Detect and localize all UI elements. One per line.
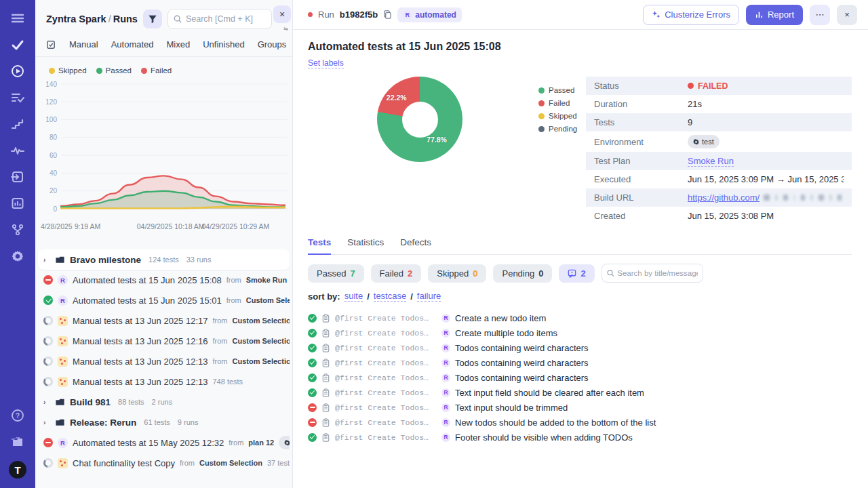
chevron-right-icon[interactable]: › [43,256,50,264]
filter-chip-skipped[interactable]: Skipped 0 [428,264,486,283]
run-status-passed-icon [308,314,317,323]
manual-run-icon [58,377,68,387]
report-button[interactable]: Report [746,5,803,25]
runs-search[interactable] [167,9,272,29]
more-actions-button[interactable]: ⋯ [810,5,830,25]
runs-tab-manual[interactable]: Manual [69,39,98,49]
test-row[interactable]: @first Create Todos… R Text input should… [308,400,852,415]
runs-play-icon[interactable] [10,64,25,79]
folder-name: Release: Rerun [70,418,136,428]
run-row[interactable]: R Automated tests at 15 May 2025 12:32 f… [38,432,290,453]
redacted-text [776,195,777,201]
tab-defects[interactable]: Defects [400,237,431,254]
run-row[interactable]: Chat functinality test Copy fromCustom S… [38,453,290,473]
branches-icon[interactable] [10,222,25,237]
legend-item: Passed [96,66,132,75]
detail-label: Build URL [594,192,688,203]
select-all-icon[interactable] [46,39,56,49]
run-from-label: from [212,357,227,365]
test-row[interactable]: @first Create Todos… R Create multiple t… [308,325,852,340]
help-icon[interactable]: ? [10,408,25,423]
settings-gear-icon[interactable] [10,249,25,264]
filter-chip-passed[interactable]: Passed 7 [308,264,364,283]
runs-search-input[interactable] [186,14,266,24]
svg-text:60: 60 [50,152,58,159]
import-icon[interactable] [10,169,25,184]
copy-icon[interactable] [383,10,392,19]
folder-name: Build 981 [70,397,111,407]
run-row[interactable]: R Automated tests at 15 Jun 2025 15:01 f… [38,290,290,310]
set-labels-link[interactable]: Set labels [308,58,344,68]
sort-testcase-link[interactable]: testcase [374,291,406,302]
tests-search[interactable] [601,264,703,283]
app-logo[interactable]: T [9,461,26,479]
test-row[interactable]: @first Create Todos… R Create a new todo… [308,310,852,325]
test-row[interactable]: @first Create Todos… R Todos containing … [308,370,852,385]
automated-test-icon: R [441,314,450,323]
detail-row: Created Jun 15, 2025 3:08 PM [586,207,852,225]
filter-chip-failed[interactable]: Failed 2 [371,264,422,283]
redacted-text [801,195,805,201]
detail-row: Environment test [586,131,852,152]
breadcrumb-project[interactable]: Zyntra Spark [46,14,106,24]
sort-suite-link[interactable]: suite [344,291,363,302]
comments-filter-chip[interactable]: 2 [559,264,594,283]
area-chart: 020406080100120140 4/28/2025 9:19 AM04/2… [39,77,289,233]
clusterize-errors-button[interactable]: Clusterize Errors [643,5,739,25]
test-row[interactable]: @first Create Todos… R Todos containing … [308,340,852,355]
build-url-link[interactable]: https://github.com/ [688,192,760,203]
test-title: Todos containing weird characters [455,358,589,368]
activity-pulse-icon[interactable] [10,143,25,158]
run-row[interactable]: Manual tests at 13 Jun 2025 12:13 748 te… [38,371,290,392]
runs-tab-groups[interactable]: Groups [258,39,287,49]
panel-close-button[interactable]: × [273,5,291,23]
runs-tab-mixed[interactable]: Mixed [167,39,191,49]
run-source: Custom Selection [232,337,290,345]
panel-resize-icon[interactable]: ⇆ [283,26,288,32]
close-run-button[interactable]: × [837,5,857,25]
test-row[interactable]: @first Create Todos… R Text input field … [308,385,852,400]
plans-list-icon[interactable] [10,90,25,105]
folder-row[interactable]: › Release: Rerun 61 tests9 runs [38,412,290,432]
folder-row[interactable]: › Build 981 88 tests2 runs [38,392,290,412]
run-row[interactable]: Manual tests at 13 Jun 2025 12:13 fromCu… [38,351,290,371]
svg-text:20: 20 [50,187,58,195]
filter-chip-pending[interactable]: Pending 0 [493,264,552,283]
status-failed-value: FAILED [688,81,728,91]
analytics-bar-chart-icon[interactable] [10,196,25,211]
run-row[interactable]: R Automated tests at 15 Jun 2025 15:08 f… [38,270,290,290]
run-status-passed-icon [308,388,317,397]
test-row[interactable]: @first Create Todos… R New todos should … [308,415,852,430]
filter-button[interactable] [143,9,162,28]
folder-row[interactable]: › Bravo milestone 124 tests33 runs [38,249,290,270]
x-axis-label: 04/29/2025 10:29 AM [201,222,269,230]
runs-tab-unfinished[interactable]: Unfinished [203,39,244,49]
tests-search-input[interactable] [617,269,697,277]
sort-failure-link[interactable]: failure [417,291,441,302]
run-row-title: Manual tests at 13 Jun 2025 12:17 [73,316,208,326]
test-plan-link[interactable]: Smoke Run [688,156,734,167]
run-row[interactable]: Manual tests at 13 Jun 2025 12:16 fromCu… [38,331,290,351]
tests-check-icon[interactable] [10,37,25,52]
test-row[interactable]: @first Create Todos… R Footer should be … [308,430,852,445]
test-row[interactable]: @first Create Todos… R Todos containing … [308,355,852,370]
detail-value: 21s [688,99,702,109]
sort-by-label: sort by: [308,291,340,302]
tab-statistics[interactable]: Statistics [347,237,384,254]
automated-badge[interactable]: R automated [397,7,462,22]
projects-folder-icon[interactable] [10,434,25,449]
tab-tests[interactable]: Tests [308,237,331,255]
test-title: Create a new todo item [455,313,546,323]
chevron-right-icon[interactable]: › [43,399,50,406]
legend-dot [141,68,147,74]
runs-tab-automated[interactable]: Automated [111,39,154,49]
redacted-text [811,195,812,201]
menu-icon[interactable] [10,11,25,26]
test-suite-path: @first Create Todos… [335,329,437,338]
run-row[interactable]: Manual tests at 13 Jun 2025 12:17 fromCu… [38,310,290,331]
test-title: New todos should be added to the bottom … [455,418,656,428]
donut-legend-item: Skipped [538,112,577,120]
run-details-table: Status FAILED Duration 21s Tests 9 Envir… [586,77,852,225]
chevron-right-icon[interactable]: › [43,419,50,426]
milestones-steps-icon[interactable] [10,117,25,131]
